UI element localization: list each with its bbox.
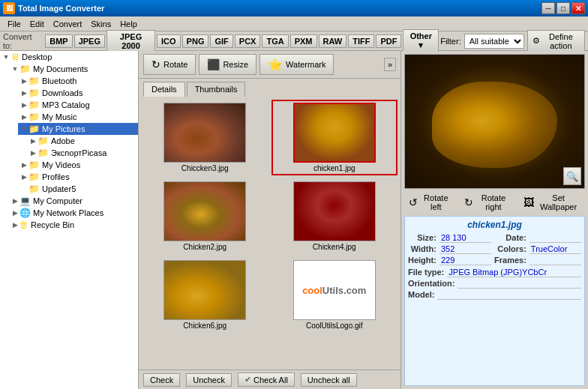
- tree-recycle-bin[interactable]: ▶ 🗑 Recycle Bin: [9, 219, 138, 231]
- format-tiff[interactable]: TIFF: [348, 34, 374, 48]
- bluetooth-folder-icon: 📁: [28, 76, 40, 86]
- tree-adobe-label: Adobe: [51, 136, 75, 145]
- rotate-button[interactable]: ↻ Rotate: [143, 54, 196, 75]
- check-button[interactable]: Check: [143, 373, 180, 387]
- thumb-chicken1[interactable]: chicken1.jpg: [272, 100, 398, 175]
- menu-skins[interactable]: Skins: [86, 18, 116, 30]
- info-grid: Size: 28 130 Date: Width: 352 Colors: Tr…: [408, 233, 581, 265]
- date-label: Date:: [494, 233, 526, 243]
- orientation-value: [458, 279, 581, 289]
- maximize-button[interactable]: □: [556, 2, 570, 14]
- expander-my-computer[interactable]: ▶: [10, 196, 20, 205]
- format-jpeg2000[interactable]: JPEG 2000: [106, 30, 155, 52]
- rotate-icon: ↻: [152, 58, 160, 70]
- menu-help[interactable]: Help: [116, 18, 142, 30]
- tree-bluetooth[interactable]: ▶ 📁 Bluetooth: [18, 75, 138, 87]
- folder-tree: ▼ 🖥 Desktop ▼ 📁 My Documents ▶ 📁 Bluetoo…: [0, 51, 139, 389]
- height-label: Height:: [408, 256, 436, 265]
- expander-desktop[interactable]: ▼: [2, 52, 10, 61]
- filter-select[interactable]: All suitable: [464, 34, 524, 49]
- expander-downloads[interactable]: ▶: [20, 88, 28, 97]
- tree-my-music[interactable]: ▶ 📁 My Music: [18, 111, 138, 123]
- format-jpeg[interactable]: JPEG: [74, 34, 105, 48]
- tab-details[interactable]: Details: [143, 82, 185, 97]
- check-all-button[interactable]: ✔ Check All: [238, 373, 295, 387]
- thumb-coolutils[interactable]: coolUtils.com CoolUtilsLogo.gif: [272, 257, 398, 333]
- tree-recycle-label: Recycle Bin: [31, 220, 74, 229]
- tree-downloads[interactable]: ▶ 📁 Downloads: [18, 87, 138, 99]
- expander-updater5[interactable]: [20, 184, 28, 193]
- format-raw[interactable]: RAW: [319, 34, 347, 48]
- preview-image-area: 🔍: [404, 54, 585, 189]
- resize-button[interactable]: ⬛ Resize: [199, 54, 256, 75]
- thumb-chiccken3[interactable]: Chiccken3.jpg: [142, 100, 268, 175]
- file-info-panel: chicken1.jpg Size: 28 130 Date: Width: 3…: [404, 216, 585, 386]
- tree-profiles[interactable]: ▶ 📁 Profiles: [18, 171, 138, 183]
- expander-profiles[interactable]: ▶: [20, 172, 28, 181]
- tree-my-videos[interactable]: ▶ 📁 My Videos: [18, 159, 138, 171]
- define-action-button[interactable]: ⚙ Define action: [527, 30, 585, 52]
- expander-my-music[interactable]: ▶: [20, 112, 28, 121]
- uncheck-button[interactable]: Uncheck: [186, 373, 232, 387]
- network-icon: 🌐: [20, 208, 31, 218]
- expander-network[interactable]: ▶: [10, 208, 20, 217]
- expander-adobe[interactable]: ▶: [28, 136, 38, 145]
- thumb-chicken2[interactable]: Chicken2.jpg: [142, 178, 268, 254]
- filter-area: Filter: All suitable ⚙ Define action: [440, 30, 585, 52]
- set-wallpaper-button[interactable]: 🖼 Set Wallpaper: [519, 192, 585, 213]
- my-computer-icon: 💻: [20, 196, 31, 206]
- format-png[interactable]: PNG: [182, 34, 209, 48]
- thumb-chicken6[interactable]: Chicken6.jpg: [142, 257, 268, 333]
- expander-eksport[interactable]: ▶: [28, 148, 38, 157]
- format-toolbar: Convert to: BMP JPEG JPEG 2000 ICO PNG G…: [0, 31, 588, 51]
- format-pdf[interactable]: PDF: [376, 34, 401, 48]
- mp3-folder-icon: 📁: [28, 100, 40, 110]
- expander-my-pictures[interactable]: ▼: [20, 124, 28, 133]
- tree-updater5[interactable]: 📁 Updater5: [18, 183, 138, 195]
- tree-mp3-catalog[interactable]: ▶ 📁 MP3 Catalog: [18, 99, 138, 111]
- chicken-image: [405, 55, 584, 188]
- tree-adobe[interactable]: ▶ 📁 Adobe: [27, 135, 138, 147]
- watermark-button[interactable]: ⭐ Watermark: [260, 54, 334, 75]
- thumb-chicken4[interactable]: Chicken4.jpg: [272, 178, 398, 254]
- expander-recycle[interactable]: ▶: [10, 220, 20, 229]
- uncheck-all-button[interactable]: Uncheck all: [301, 373, 357, 387]
- tree-my-pictures[interactable]: ▼ 📁 My Pictures: [18, 123, 138, 135]
- thumb-label-chicken6: Chicken6.jpg: [183, 322, 226, 330]
- tree-eksport[interactable]: ▶ 📁 ЭкспортPicasa: [27, 147, 138, 159]
- format-pxm[interactable]: PXM: [290, 34, 317, 48]
- tree-mp3-label: MP3 Catalog: [42, 100, 90, 109]
- tree-desktop[interactable]: ▼ 🖥 Desktop: [0, 51, 138, 63]
- expander-my-documents[interactable]: ▼: [10, 64, 20, 73]
- format-pcx[interactable]: PCX: [235, 34, 261, 48]
- tree-my-documents[interactable]: ▼ 📁 My Documents: [9, 63, 138, 75]
- rotate-right-button[interactable]: ↻ Rotate right: [460, 192, 517, 213]
- format-bmp[interactable]: BMP: [45, 34, 72, 48]
- format-tga[interactable]: TGA: [262, 34, 288, 48]
- more-button[interactable]: »: [384, 58, 396, 71]
- thumb-image-coolutils: coolUtils.com: [293, 260, 376, 320]
- zoom-button[interactable]: 🔍: [563, 167, 581, 185]
- app-title: Total Image Converter: [18, 4, 542, 13]
- close-button[interactable]: ✕: [572, 2, 585, 14]
- menu-file[interactable]: File: [3, 18, 26, 30]
- format-ico[interactable]: ICO: [157, 34, 181, 48]
- expander-bluetooth[interactable]: ▶: [20, 76, 28, 85]
- tree-my-computer[interactable]: ▶ 💻 My Computer: [9, 195, 138, 207]
- menu-convert[interactable]: Convert: [49, 18, 87, 30]
- format-other[interactable]: Other ▾: [403, 29, 439, 52]
- colors-label: Colors:: [494, 244, 526, 254]
- thumb-label-chicken2: Chicken2.jpg: [183, 243, 226, 251]
- expander-mp3[interactable]: ▶: [20, 100, 28, 109]
- format-gif[interactable]: GIF: [210, 34, 232, 48]
- menu-edit[interactable]: Edit: [26, 18, 49, 30]
- tree-my-music-label: My Music: [42, 112, 76, 121]
- tab-thumbnails[interactable]: Thumbnails: [187, 82, 246, 97]
- expander-my-videos[interactable]: ▶: [20, 160, 28, 169]
- tree-network-places[interactable]: ▶ 🌐 My Network Places: [9, 207, 138, 219]
- thumb-image-chicken6: [164, 260, 246, 320]
- rotate-label: Rotate: [164, 60, 188, 69]
- filetype-label: File type:: [408, 268, 444, 277]
- minimize-button[interactable]: ─: [542, 2, 555, 14]
- rotate-left-button[interactable]: ↺ Rotate left: [404, 192, 457, 213]
